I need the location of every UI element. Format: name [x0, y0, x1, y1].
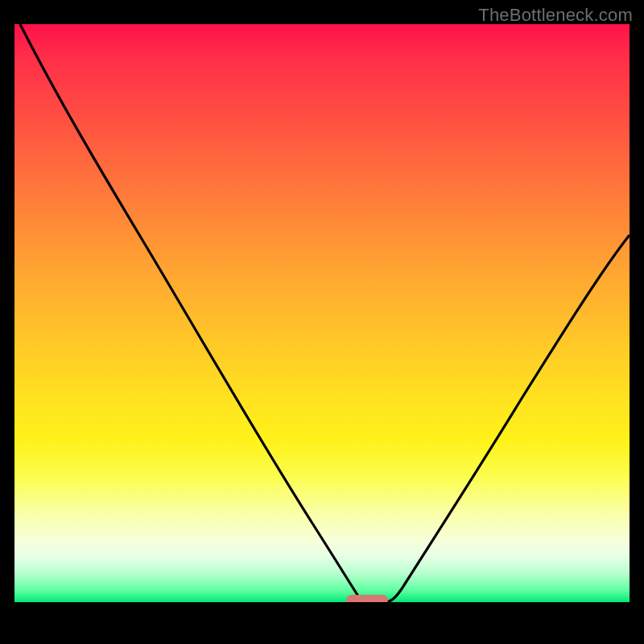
- plot-area: [14, 24, 630, 630]
- bottom-axis-strip: [14, 602, 630, 630]
- bottleneck-curve: [14, 24, 630, 602]
- watermark-text: TheBottleneck.com: [478, 5, 633, 26]
- chart-frame: [14, 24, 630, 630]
- curve-path: [20, 24, 630, 602]
